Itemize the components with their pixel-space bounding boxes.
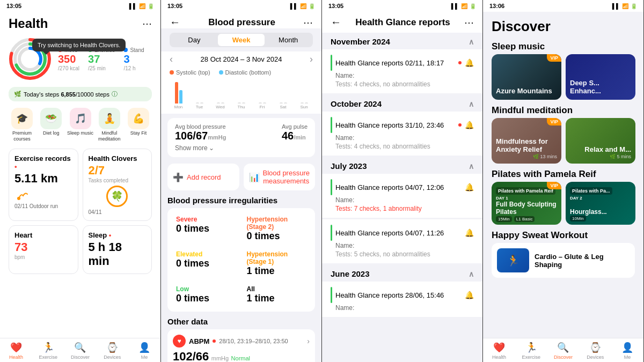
month-header-oct[interactable]: October 2024 ∧	[322, 95, 482, 110]
collapse-jul-icon[interactable]: ∧	[469, 162, 474, 171]
collapse-nov-icon[interactable]: ∧	[469, 38, 474, 46]
tab-health[interactable]: ❤️ Health	[0, 342, 32, 360]
steps-label: Today's steps 6,855/10000 steps	[24, 91, 109, 98]
exercise-records-card[interactable]: Exercise records • 5.11 km 02/11 Outdoor…	[9, 149, 78, 221]
glance-more-icon[interactable]: ⋯	[464, 17, 474, 28]
glance-item-jul2[interactable]: Health Glance reports 04/07, 11:26 🔔 Nam…	[322, 219, 482, 264]
glance-item-header-jun1: Health Glance reports 28/06, 15:46 🔔	[331, 287, 474, 303]
glance-accent-jun1	[331, 287, 332, 303]
systolic-legend: Systolic (top)	[170, 69, 210, 76]
sleep-cards-row: Azure Mountains VIP Deep S... Enhanc...	[483, 54, 643, 100]
seg-month[interactable]: Month	[265, 34, 312, 46]
collapse-oct-icon[interactable]: ∧	[469, 100, 474, 108]
bp-more-icon[interactable]: ⋯	[303, 17, 313, 28]
relax-card[interactable]: Relax and M... 🌿 5 mins	[566, 118, 635, 164]
glance-item-jun1[interactable]: Health Glance reports 28/06, 15:46 🔔 Nam…	[322, 282, 482, 317]
clovers-sub: Tasks completed	[89, 178, 147, 183]
tab-discover[interactable]: 🔍 Discover	[64, 342, 97, 360]
tab-me[interactable]: 👤 Me	[128, 342, 160, 360]
diet-label: Diet log	[43, 130, 60, 136]
glance-tests-jul1: Tests: 7 checks, 1 abnormality	[335, 205, 474, 212]
date-range: 28 Oct 2024 – 3 Nov 2024	[201, 55, 282, 63]
add-record-icon: ➕	[173, 172, 184, 182]
discover-tab-devices[interactable]: ⌚ Devices	[579, 342, 611, 360]
time-3: 13:05	[328, 3, 343, 9]
signal-icon-3: ▌▌	[451, 3, 459, 9]
low-cell: Low 0 times	[172, 282, 240, 307]
add-record-button[interactable]: ➕ Add record	[167, 164, 239, 190]
abpm-dot	[213, 339, 216, 343]
irregularities-title: Blood pressure irregularities	[161, 193, 321, 206]
signal-icon-2: ▌▌	[290, 3, 298, 9]
seg-week[interactable]: Week	[218, 34, 265, 46]
chart-bar-mon: Mon	[170, 82, 187, 109]
discover-exercise-label: Exercise	[522, 354, 540, 360]
bell-icon-jul1: 🔔	[465, 183, 474, 191]
abpm-card[interactable]: ♥ ABPM 28/10, 23:19–28/10, 23:50 › 102/6…	[167, 329, 315, 362]
month-header-jul[interactable]: July 2023 ∧	[322, 157, 482, 173]
tab-devices[interactable]: ⌚ Devices	[96, 342, 128, 360]
premium-courses-item[interactable]: 🎓 Premium courses	[9, 108, 35, 142]
wifi-icon-3: 📶	[461, 3, 467, 9]
month-section-jun: June 2023 ∧ Health Glance reports 28/06,…	[322, 265, 482, 317]
month-header-jun[interactable]: June 2023 ∧	[322, 265, 482, 280]
stand-sub: /12 h	[123, 65, 144, 71]
pilates-day2-card[interactable]: Pilates with Pa... DAY 2 Hourglass... 10…	[566, 182, 635, 225]
stats-values-row: Avg blood pressure 106/67mmHg Avg pulse …	[175, 123, 308, 142]
mindfulness-title: Mindfulness for Anxiety Relief	[496, 137, 557, 154]
bar-group-thu	[238, 102, 245, 104]
glance-item-jul1[interactable]: Health Glance reports 04/07, 12:06 🔔 Nam…	[322, 174, 482, 218]
sleep-card[interactable]: Sleep • 5 h 18 min	[83, 225, 152, 274]
exercise-tab-icon: 🏃	[42, 342, 54, 353]
discover-exercise-icon: 🏃	[525, 342, 537, 353]
time-2: 13:05	[167, 3, 182, 9]
mindfulness-card[interactable]: Mindfulness for Anxiety Relief 🌿 13 mins…	[492, 118, 561, 164]
more-options-icon[interactable]: ⋯	[142, 18, 152, 29]
back-button[interactable]: ←	[170, 16, 180, 28]
happy-section: Happy Sweat Workout 🏃 Cardio – Glute & L…	[483, 227, 643, 278]
deep-sleep-card[interactable]: Deep S... Enhanc...	[566, 54, 635, 100]
mindful-meta: 🌿 13 mins	[533, 154, 557, 159]
glance-back-button[interactable]: ←	[331, 16, 341, 28]
battery-icon-2: 🔋	[309, 3, 315, 9]
irregularities-grid: Severe 0 times Hypertension (Stage 2) 0 …	[167, 208, 315, 312]
prev-period-button[interactable]: ‹	[170, 54, 173, 65]
health-clovers-card[interactable]: Health Clovers 2/7 Tasks completed 🍀 04/…	[83, 149, 152, 221]
happy-thumb: 🏃	[497, 248, 529, 272]
pilates-day2-img: Pilates with Pa... DAY 2 Hourglass... 10…	[566, 182, 635, 225]
premium-label: Premium courses	[9, 130, 35, 142]
pilates-day2-label: Pilates with Pa...	[570, 187, 612, 195]
month-header-nov[interactable]: November 2024 ∧	[322, 33, 482, 48]
other-data-title: Other data	[161, 314, 321, 327]
devices-tab-label: Devices	[104, 354, 121, 360]
glance-dot-nov1	[458, 61, 462, 64]
glance-item-nov1[interactable]: Health Glance reports 02/11, 18:17 🔔 Nam…	[322, 49, 482, 94]
discover-tab-health[interactable]: ❤️ Health	[483, 342, 515, 360]
tab-exercise[interactable]: 🏃 Exercise	[32, 342, 64, 360]
deep-bg: Deep S... Enhanc...	[566, 54, 635, 100]
glance-tests-nov1: Tests: 4 checks, no abnormalities	[335, 80, 474, 88]
show-more-button[interactable]: Show more ⌄	[175, 144, 308, 152]
discover-tab-discover[interactable]: 🔍 Discover	[547, 342, 580, 360]
discover-tab-exercise[interactable]: 🏃 Exercise	[515, 342, 547, 360]
heart-card[interactable]: Heart 73 bpm	[9, 225, 78, 274]
systolic-label: Systolic (top)	[176, 69, 210, 76]
discover-tab-me[interactable]: 👤 Me	[611, 342, 643, 360]
diet-log-item[interactable]: 🥗 Diet log	[38, 108, 64, 142]
discover-health-label: Health	[492, 354, 506, 360]
bp-measurements-button[interactable]: 📊 Blood pressure measurements	[244, 164, 316, 190]
next-period-button[interactable]: ›	[310, 54, 313, 65]
sleep-music-item[interactable]: 🎵 Sleep music	[67, 108, 93, 142]
happy-card[interactable]: 🏃 Cardio – Glute & Leg Shaping	[492, 243, 635, 278]
meditation-item[interactable]: 🧘 Mindful meditation	[96, 108, 123, 142]
seg-day[interactable]: Day	[171, 34, 218, 46]
stay-fit-item[interactable]: 💪 Stay Fit	[125, 108, 152, 142]
pilates-day1-card[interactable]: Pilates with Pamela Reif DAY 1 Full Body…	[492, 182, 561, 225]
chevron-down-icon: ⌄	[209, 144, 214, 152]
time-segmented-control: Day Week Month	[170, 33, 313, 47]
azure-mountains-card[interactable]: Azure Mountains VIP	[492, 54, 561, 100]
glance-name-jul1: Name:	[335, 196, 474, 204]
collapse-jun-icon[interactable]: ∧	[469, 270, 474, 278]
glance-item-oct1[interactable]: Health Glance reports 31/10, 23:46 🔔 Nam…	[322, 112, 482, 156]
steps-bar[interactable]: 🌿 Today's steps 6,855/10000 steps ⓘ	[9, 87, 152, 101]
